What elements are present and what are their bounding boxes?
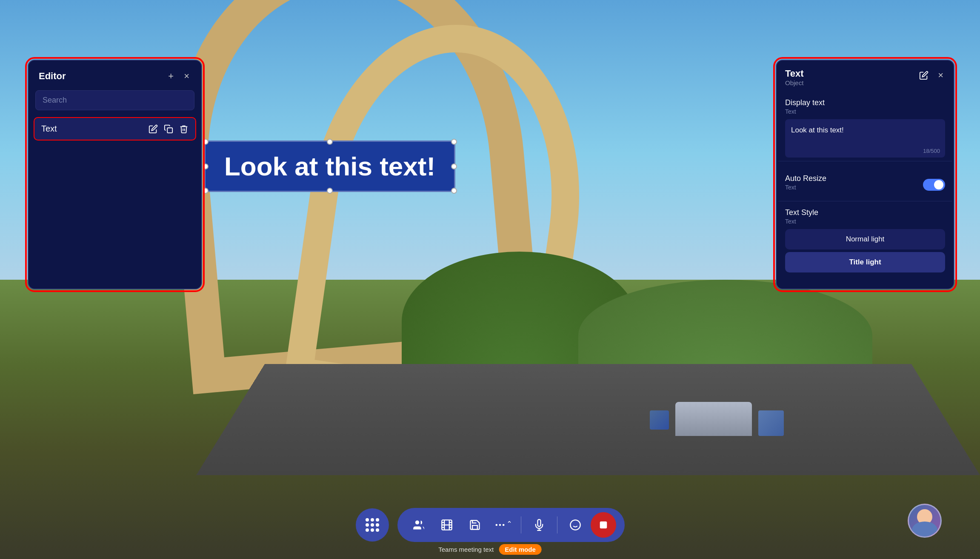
meeting-text: Teams meeting text [438, 546, 494, 553]
svg-point-11 [502, 524, 504, 526]
mic-icon [533, 519, 545, 531]
item-delete-button[interactable] [179, 124, 189, 134]
record-button[interactable] [591, 512, 616, 538]
handle-top-left [203, 139, 209, 145]
editor-panel: Editor + × Text [28, 60, 202, 290]
handle-top-mid [327, 139, 333, 145]
auto-resize-sublabel: Text [785, 184, 826, 191]
display-text-value: Look at this text! [791, 125, 939, 135]
edit-icon [149, 124, 158, 134]
handle-bottom-mid [327, 188, 333, 194]
text-panel-title: Text [785, 68, 804, 79]
editor-add-button[interactable]: + [166, 69, 175, 83]
auto-resize-toggle[interactable] [923, 179, 945, 191]
item-copy-button[interactable] [164, 124, 173, 134]
record-icon [599, 520, 608, 530]
style-option-normal-light[interactable]: Normal light [785, 229, 945, 249]
text-style-section: Text Style Text Normal light Title light [778, 201, 952, 278]
user-avatar[interactable] [908, 504, 942, 538]
apps-button[interactable] [356, 508, 389, 542]
list-item[interactable]: Text [34, 117, 196, 140]
editor-panel-title: Editor [39, 71, 66, 82]
dot [366, 523, 369, 527]
svg-point-9 [495, 524, 497, 526]
handle-bottom-left [203, 188, 209, 194]
scene-text-value: Look at this text! [224, 151, 435, 181]
chevron-up-icon [507, 519, 512, 525]
furniture [650, 402, 784, 436]
save-button[interactable] [462, 512, 488, 538]
dot [376, 523, 379, 527]
display-text-section: Display text Text Look at this text! 18/… [778, 92, 952, 161]
main-toolbar [397, 508, 625, 542]
more-button[interactable] [490, 512, 516, 538]
editor-header-actions: + × [166, 69, 191, 83]
dot [376, 518, 379, 522]
text-properties-panel: Text Object × Display text Text Look at … [776, 60, 954, 290]
auto-resize-labels: Auto Resize Text [785, 174, 826, 195]
scene-text-object[interactable]: Look at this text! [204, 140, 455, 192]
text-panel-header-actions: × [917, 68, 945, 83]
more-icon [494, 519, 506, 531]
cube-small [650, 410, 669, 430]
status-bar: Teams meeting text Edit mode [438, 544, 542, 555]
dot [376, 528, 379, 532]
emoji-button[interactable] [563, 512, 588, 538]
emoji-icon [569, 519, 581, 531]
dot [366, 528, 369, 532]
media-icon [441, 519, 453, 531]
toolbar-divider-2 [557, 516, 557, 533]
close-icon: × [184, 71, 189, 82]
cube-large [758, 410, 784, 436]
text-panel-subtitle: Object [785, 79, 804, 86]
media-button[interactable] [434, 512, 460, 538]
dot [371, 518, 374, 522]
close-icon: × [938, 70, 943, 81]
handle-bottom-right [451, 188, 457, 194]
trash-icon [179, 124, 189, 134]
text-panel-title-group: Text Object [785, 68, 804, 86]
panel-body: Display text Text Look at this text! 18/… [777, 92, 954, 289]
text-panel-header: Text Object × [777, 60, 954, 92]
text-panel-edit-button[interactable] [917, 69, 930, 82]
save-icon [469, 519, 481, 531]
bottom-toolbar [356, 508, 625, 542]
auto-resize-label: Auto Resize [785, 174, 826, 183]
mic-button[interactable] [526, 512, 552, 538]
text-panel-close-button[interactable]: × [936, 68, 945, 83]
svg-rect-0 [167, 128, 172, 133]
dot [366, 518, 369, 522]
sofa [675, 402, 752, 436]
editor-close-button[interactable]: × [182, 69, 191, 83]
editor-header: Editor + × [29, 60, 201, 90]
people-icon [413, 519, 425, 531]
item-actions [149, 124, 189, 134]
dot [371, 528, 374, 532]
display-text-area[interactable]: Look at this text! 18/500 [785, 119, 945, 158]
display-text-sublabel: Text [785, 108, 945, 115]
char-count: 18/500 [923, 148, 940, 154]
apps-grid-icon [366, 518, 379, 532]
road [196, 364, 980, 476]
edit-mode-badge[interactable]: Edit mode [499, 544, 542, 555]
text-style-label: Text Style [785, 208, 945, 217]
item-label: Text [41, 124, 143, 134]
text-style-sublabel: Text [785, 218, 945, 225]
copy-icon [164, 124, 173, 134]
people-button[interactable] [406, 512, 431, 538]
edit-pen-icon [919, 71, 929, 80]
svg-point-10 [499, 524, 501, 526]
svg-point-14 [570, 520, 580, 530]
search-input[interactable] [35, 90, 194, 110]
display-text-label: Display text [785, 98, 945, 107]
handle-mid-right [451, 163, 457, 169]
dot [371, 523, 374, 527]
handle-top-right [451, 139, 457, 145]
plus-icon: + [168, 71, 174, 82]
editor-items-list: Text [29, 117, 201, 289]
style-option-title-light[interactable]: Title light [785, 252, 945, 272]
auto-resize-row: Auto Resize Text [785, 168, 945, 201]
item-edit-button[interactable] [149, 124, 158, 134]
style-options-list: Normal light Title light [785, 229, 945, 278]
svg-rect-17 [600, 522, 607, 529]
